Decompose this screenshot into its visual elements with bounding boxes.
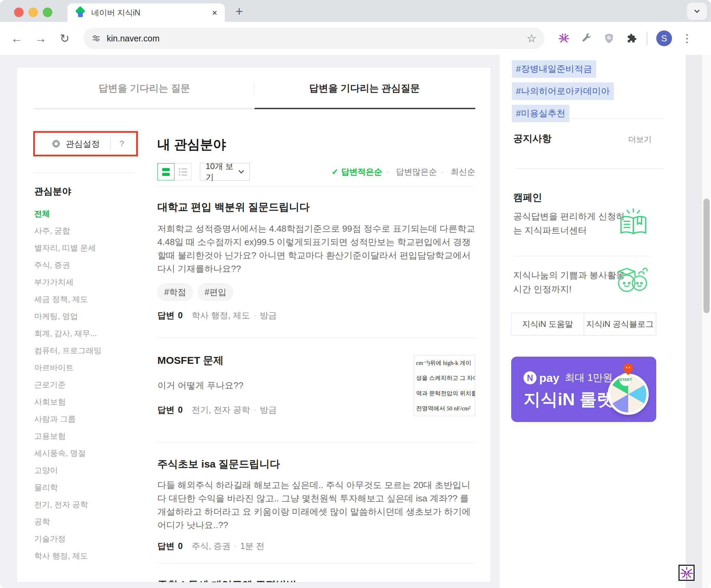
sidebar-category-item[interactable]: 회계, 감사, 재무... <box>34 325 137 342</box>
browser-menu-button[interactable]: ⋮ <box>682 32 692 45</box>
question-title[interactable]: 종합소득세 매입금액 증명방법 <box>157 579 475 583</box>
extension-m-icon[interactable]: M <box>558 32 570 44</box>
site-info-icon[interactable] <box>92 34 101 43</box>
hashtag-chip[interactable]: #장병내일준비적금 <box>512 60 596 78</box>
page-size-select[interactable]: 10개 보기 <box>200 163 250 181</box>
tab-title: 네이버 지식iN <box>91 8 207 18</box>
kin-blog-button[interactable]: 지식iN 공식블로그 <box>584 313 656 335</box>
sidebar-category-item[interactable]: 마케팅, 영업 <box>34 308 137 325</box>
question-item: 종합소득세 매입금액 증명방법 안녕하세요 저는 해외사이트에서 기프트카드를 … <box>157 564 475 583</box>
browser-toolbar: ← → ↻ kin.naver.com ☆ M S ⋮ <box>0 22 711 55</box>
sidebar-category-item[interactable]: 컴퓨터, 프로그래밍 <box>34 342 137 359</box>
address-bar[interactable]: kin.naver.com ☆ <box>83 28 545 49</box>
question-title[interactable]: 대학교 편입 백분위 질문드립니다 <box>157 201 475 213</box>
new-tab-button[interactable]: + <box>235 4 243 19</box>
banner-subtitle: 최대 1만원 <box>565 371 613 385</box>
roulette-wheel-icon: START <box>608 361 649 418</box>
banner-title: 지식iN 룰렛 <box>523 388 614 411</box>
page-size-value: 10개 보기 <box>206 161 238 183</box>
interest-settings-label: 관심설정 <box>66 138 100 150</box>
sort-option[interactable]: ✓답변많은순 <box>386 166 437 177</box>
sidebar-category-item[interactable]: 사주, 궁합 <box>34 222 137 239</box>
answer-count: 0 <box>178 310 183 320</box>
question-thumbnail[interactable]: cm⁻³)위에 high-k 게이 성을 스케치하고 그 차이 역과 문턱전압의… <box>414 355 475 416</box>
extension-wrench-icon[interactable] <box>580 32 593 44</box>
extensions-puzzle-icon[interactable] <box>625 32 638 44</box>
open-book-icon <box>617 207 650 242</box>
kin-footer-buttons: 지식iN 도움말 지식iN 공식블로그 <box>511 312 656 336</box>
question-title[interactable]: 주식초보 isa 질문드립니다 <box>157 458 475 470</box>
hashtag-chip[interactable]: #나의히어로아카데미아 <box>512 82 614 100</box>
sidebar-category-item[interactable]: 세시풍속, 명절 <box>34 445 137 462</box>
tab-waiting-questions[interactable]: 답변을 기다리는 질문 <box>34 67 255 109</box>
hashtag-chip[interactable]: #미용실추천 <box>512 105 569 122</box>
question-tabs: 답변을 기다리는 질문 답변을 기다리는 관심질문 <box>17 67 491 109</box>
question-tag[interactable]: #학점 <box>157 283 193 301</box>
campaign-item-partner-center[interactable]: 공식답변을 편리하게 신청하는 지식파트너센터 <box>513 209 626 238</box>
list-view-button[interactable] <box>174 163 192 180</box>
sidebar-category-item[interactable]: 부가가치세 <box>34 273 137 291</box>
close-tab-icon[interactable]: × <box>212 8 217 18</box>
page-background: 답변을 기다리는 질문 답변을 기다리는 관심질문 관심설정 ? 관심분야 <box>0 55 711 588</box>
sidebar-category-item[interactable]: 근로기준 <box>34 376 137 393</box>
tab-search-button[interactable] <box>687 3 707 20</box>
window-zoom-button[interactable] <box>43 8 52 17</box>
sidebar-category-item[interactable]: 공학 <box>34 513 137 530</box>
answer-count: 0 <box>178 541 183 551</box>
question-tag[interactable]: #편입 <box>198 283 233 301</box>
sidebar-category-item[interactable]: 아르바이트 <box>34 359 137 376</box>
tab-waiting-interest-questions[interactable]: 답변을 기다리는 관심질문 <box>255 67 475 109</box>
notice-heading: 공지사항 <box>513 132 552 145</box>
reload-button[interactable]: ↻ <box>57 31 72 45</box>
sidebar-category-item[interactable]: 전체 <box>34 205 137 222</box>
sidebar-category-item[interactable]: 사회보험 <box>34 393 137 410</box>
window-minimize-button[interactable] <box>28 8 38 17</box>
interest-settings-button[interactable]: 관심설정 ? <box>33 131 138 156</box>
sidebar-category-item[interactable]: 고양이 <box>34 462 137 479</box>
profile-avatar[interactable]: S <box>656 30 672 46</box>
extension-shield-icon[interactable] <box>603 32 615 44</box>
scrollbar-thumb[interactable] <box>703 199 710 313</box>
sort-option[interactable]: ✓답변적은순 <box>332 166 382 177</box>
sidebar-category-item[interactable]: 고용보험 <box>34 427 137 445</box>
npay-roulette-banner[interactable]: N pay 최대 1만원 지식iN 룰렛 START <box>511 357 656 422</box>
sidebar-category-item[interactable]: 물리학 <box>34 479 137 496</box>
check-icon: ✓ <box>332 167 338 177</box>
site-favicon-icon <box>75 7 86 18</box>
main-content-card: 답변을 기다리는 질문 답변을 기다리는 관심질문 관심설정 ? 관심분야 <box>16 67 491 583</box>
sidebar-category-item[interactable]: 사람과 그룹 <box>34 410 137 427</box>
sidebar-category-item[interactable]: 세금 정책, 제도 <box>34 291 137 308</box>
notice-more-link[interactable]: 더보기 <box>628 134 652 145</box>
sidebar-category-item[interactable]: 별자리, 띠별 운세 <box>34 239 137 256</box>
sidebar-divider <box>34 172 134 173</box>
kin-help-button[interactable]: 지식iN 도움말 <box>512 313 584 335</box>
sidebar-divider <box>516 118 663 118</box>
sidebar-category-item[interactable]: 주식, 증권 <box>34 256 137 273</box>
sort-option[interactable]: ✓최신순 <box>441 166 475 177</box>
bookmark-star-icon[interactable]: ☆ <box>527 32 537 45</box>
question-category[interactable]: 전기, 전자 공학 <box>192 404 250 416</box>
sidebar-category-item[interactable]: 기술가정 <box>34 530 137 547</box>
watermark-m-logo: M <box>678 565 695 581</box>
interest-category-list: 전체 사주, 궁합 별자리, 띠별 운세 주식, 증권 부가가치세 세금 정책,… <box>34 205 137 564</box>
sidebar-category-item[interactable]: 전기, 전자 공학 <box>34 496 137 513</box>
sidebar-category-item[interactable]: 학사 행정, 제도 <box>34 547 137 564</box>
question-body: 다들 해외주식 하라길래 해보고는 싶은데.. 주식 아무것도 모르는 20대 … <box>157 478 475 532</box>
trending-hashtags: #장병내일준비적금 #나의히어로아카데미아 #미용실추천 <box>512 60 674 122</box>
browser-tab[interactable]: 네이버 지식iN × <box>67 3 225 22</box>
question-category[interactable]: 주식, 증권 <box>192 540 231 552</box>
question-tags: #학점 #편입 <box>157 283 475 301</box>
campaign-item-volunteer[interactable]: 지식나눔의 기쁨과 봉사활동 시간 인정까지! <box>513 268 626 296</box>
card-view-button[interactable] <box>157 163 174 180</box>
main-column: 내 관심분야 10개 보기 <box>157 136 475 583</box>
help-button[interactable]: ? <box>119 139 125 149</box>
url-text[interactable]: kin.naver.com <box>107 34 159 43</box>
forward-button[interactable]: → <box>34 32 48 45</box>
answer-count: 0 <box>178 405 183 415</box>
question-category[interactable]: 학사 행정, 제도 <box>192 310 250 321</box>
chevron-down-icon <box>238 170 244 174</box>
back-button[interactable]: ← <box>10 32 24 45</box>
view-toggle <box>157 163 192 180</box>
sidebar-divider <box>516 168 663 169</box>
window-close-button[interactable] <box>14 8 24 17</box>
